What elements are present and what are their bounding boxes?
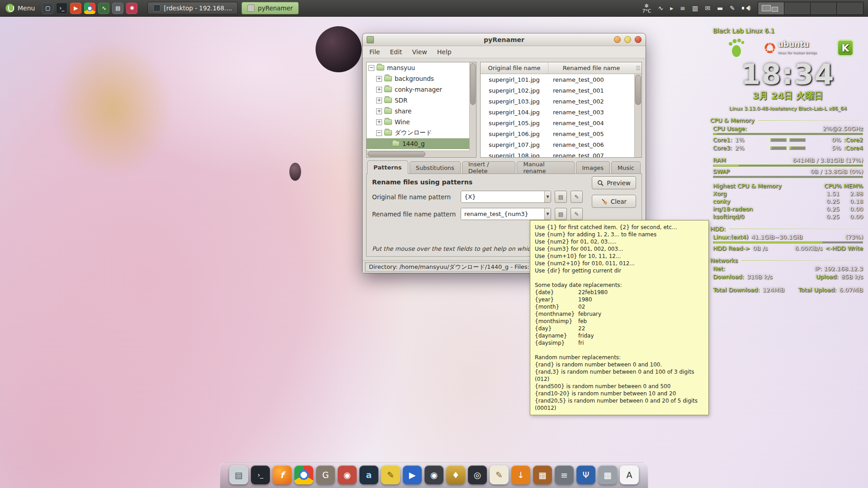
media-app-icon[interactable]: ▶ xyxy=(70,3,81,14)
dock-icon-chrome[interactable] xyxy=(294,465,313,484)
tab-insert-delete[interactable]: Insert / Delete xyxy=(462,161,516,174)
tab-substitutions[interactable]: Substitutions xyxy=(410,161,461,174)
send-icon[interactable]: ▸ xyxy=(670,5,673,11)
mail-icon[interactable]: ✉ xyxy=(705,5,710,11)
workspace-4[interactable] xyxy=(837,2,863,14)
dock-icon-usb-drive[interactable]: ↓ xyxy=(511,465,530,484)
pattern-edit-button[interactable]: ✎ xyxy=(571,208,583,220)
file-list-scrollbar[interactable] xyxy=(634,74,642,157)
tree-horizontal-scrollbar[interactable] xyxy=(367,150,469,157)
browser-icon[interactable]: ◍ xyxy=(84,3,95,14)
dropdown-arrow-icon[interactable]: ▼ xyxy=(544,208,551,220)
menu-file[interactable]: File xyxy=(364,47,385,57)
dropdown-arrow-icon[interactable]: ▼ xyxy=(544,191,551,202)
workspace-3[interactable] xyxy=(811,2,837,14)
file-row[interactable]: supergirl_108.jpgrename_test_007 xyxy=(481,150,634,157)
expand-expander-icon[interactable]: + xyxy=(376,87,382,93)
expand-expander-icon[interactable]: + xyxy=(376,108,382,114)
stylus-icon[interactable]: ✎ xyxy=(730,5,735,11)
cpu-memory-header: CPU & Memory xyxy=(710,117,755,124)
dock-icon-font-tool[interactable]: A xyxy=(620,465,639,484)
expand-expander-icon[interactable]: + xyxy=(376,76,382,82)
menu-edit[interactable]: Edit xyxy=(385,47,407,57)
dock-icon-notes[interactable]: ✎ xyxy=(381,465,400,484)
tab-music[interactable]: Music xyxy=(611,161,641,174)
system-monitor-icon[interactable]: ∿ xyxy=(98,3,109,14)
file-row[interactable]: supergirl_106.jpgrename_test_005 xyxy=(481,128,634,139)
column-header-original[interactable]: Original file name xyxy=(481,62,548,74)
tree-vertical-scrollbar[interactable] xyxy=(469,62,476,150)
file-row[interactable]: supergirl_107.jpgrename_test_006 xyxy=(481,139,634,150)
dock-icon-photo-viewer[interactable]: ◉ xyxy=(338,465,357,484)
menu-view[interactable]: View xyxy=(407,47,432,57)
pattern-edit-button[interactable]: ✎ xyxy=(571,191,583,203)
original-pattern-input[interactable] xyxy=(461,191,544,202)
workspace-1[interactable] xyxy=(758,2,784,14)
dock-icon-sound-mixer[interactable]: ≡ xyxy=(555,465,574,484)
tree-item-mansyuu[interactable]: − mansyuu xyxy=(367,62,469,73)
dock-icon-music-player[interactable]: a xyxy=(359,465,378,484)
taskbar-item-rdesktop[interactable]: [rdesktop - 192.168.... xyxy=(147,2,238,14)
dock-icon-disc-player[interactable]: ◎ xyxy=(468,465,487,484)
raspberry-icon[interactable]: ✱ xyxy=(126,3,137,14)
collapse-expander-icon[interactable]: − xyxy=(368,65,374,71)
renamed-pattern-input[interactable] xyxy=(461,208,544,220)
menu-list-icon[interactable]: ≡ xyxy=(680,5,685,11)
maximize-button[interactable] xyxy=(624,36,631,43)
taskbar-item-pyrenamer[interactable]: pyRenamer xyxy=(241,2,298,14)
dock-icon-package-manager[interactable]: ▦ xyxy=(533,465,552,484)
tab-patterns[interactable]: Patterns xyxy=(367,160,408,174)
pulse-icon[interactable]: ∿ xyxy=(658,5,664,11)
tab-images[interactable]: Images xyxy=(576,161,610,174)
file-row[interactable]: supergirl_104.jpgrename_test_003 xyxy=(481,107,634,117)
titlebar[interactable]: pyRenamer xyxy=(363,33,646,46)
tree-item-share[interactable]: + share xyxy=(367,106,469,117)
dock-icon-firefox[interactable]: f xyxy=(273,465,292,484)
tree-item-downloads[interactable]: − ダウンロード xyxy=(367,127,469,138)
core3-bar xyxy=(770,146,787,150)
column-header-renamed[interactable]: Renamed file name xyxy=(548,62,634,74)
scrollbar-thumb[interactable] xyxy=(368,151,425,157)
dock-icon-terminal[interactable]: ›_ xyxy=(251,465,270,484)
expand-expander-icon[interactable]: + xyxy=(376,119,382,125)
tab-manual-rename[interactable]: Manual rename xyxy=(517,161,574,174)
dock-icon-video-player[interactable]: ▶ xyxy=(403,465,422,484)
menu-button[interactable]: Menu xyxy=(0,0,40,16)
printer-icon[interactable]: ▤ xyxy=(112,3,123,14)
workspace-2[interactable] xyxy=(784,2,811,14)
dock-icon-image-editor[interactable]: G xyxy=(316,465,335,484)
file-row[interactable]: supergirl_101.jpgrename_test_000 xyxy=(481,74,634,85)
file-row[interactable]: supergirl_105.jpgrename_test_004 xyxy=(481,117,634,128)
dock-icon-audio-app[interactable]: ♦ xyxy=(446,465,465,484)
menu-help[interactable]: Help xyxy=(432,47,457,57)
tree-item-conky-manager[interactable]: + conky-manager xyxy=(367,84,469,95)
terminal-icon[interactable]: ›_ xyxy=(56,3,67,14)
pattern-presets-button[interactable]: ▤ xyxy=(555,191,567,203)
scrollbar-thumb[interactable] xyxy=(635,75,641,105)
clear-button[interactable]: Clear xyxy=(592,195,636,208)
tree-item-sdr[interactable]: + SDR xyxy=(367,95,469,106)
display-icon[interactable]: ▢ xyxy=(42,3,53,14)
pattern-presets-button[interactable]: ▤ xyxy=(555,208,567,220)
dock-icon-camera[interactable]: ◉ xyxy=(425,465,443,484)
scrollbar-thumb[interactable] xyxy=(470,63,476,105)
tree-item-backgrounds[interactable]: + backgrounds xyxy=(367,73,469,84)
file-row[interactable]: supergirl_102.jpgrename_test_001 xyxy=(481,85,634,96)
tree-item-wine[interactable]: + Wine xyxy=(367,117,469,127)
preview-button[interactable]: Preview xyxy=(592,176,636,189)
close-button[interactable] xyxy=(635,36,642,43)
bar-chart-icon[interactable]: ▥ xyxy=(692,5,698,11)
collapse-expander-icon[interactable]: − xyxy=(376,130,382,136)
column-config-button[interactable] xyxy=(634,62,642,74)
file-row[interactable]: supergirl_103.jpgrename_test_002 xyxy=(481,96,634,107)
weather-applet[interactable]: ❄ 7°C xyxy=(642,3,651,14)
eject-icon[interactable]: ▬ xyxy=(717,5,723,11)
expand-expander-icon[interactable]: + xyxy=(376,98,382,103)
dock-icon-extensions[interactable]: ▦ xyxy=(598,465,617,484)
volume-icon[interactable]: ) xyxy=(742,5,751,12)
tree-item-1440g-selected[interactable]: 1440_g xyxy=(367,138,469,149)
minimize-button[interactable] xyxy=(614,36,621,43)
dock-icon-text-editor[interactable]: ✎ xyxy=(490,465,509,484)
dock-icon-dock-settings[interactable]: Ψ xyxy=(576,465,595,484)
dock-icon-print-scanner[interactable]: ▤ xyxy=(229,465,248,484)
